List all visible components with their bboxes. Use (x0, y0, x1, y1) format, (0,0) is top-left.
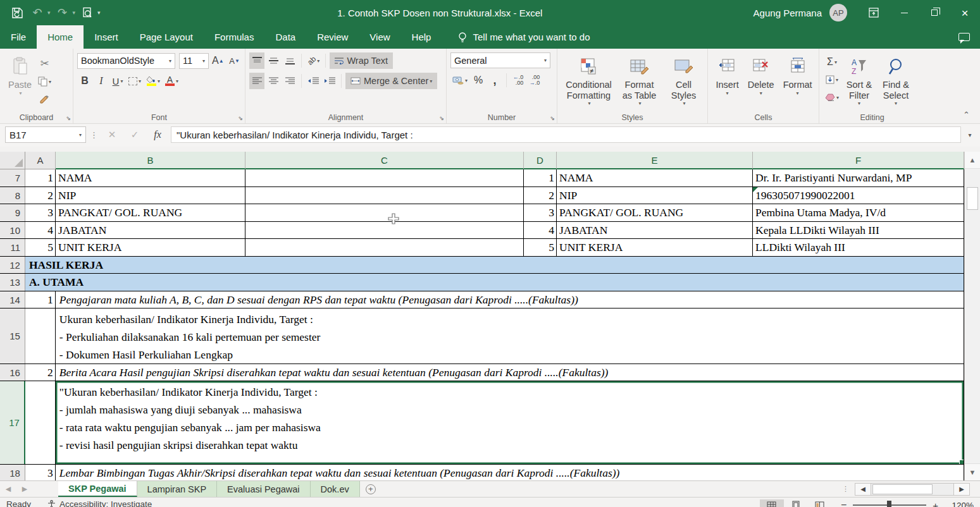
conditional-formatting-button[interactable]: ≠ Conditional Formatting▾ (563, 52, 615, 108)
font-color-icon[interactable]: A▾ (163, 73, 180, 89)
cell-C8[interactable] (245, 187, 524, 204)
row-header-11[interactable]: 11 (0, 239, 25, 256)
cell-B15[interactable]: Ukuran keberhasilan/ Indikator Kinerja I… (56, 308, 964, 363)
cell-E9[interactable]: PANGKAT/ GOL. RUANG (557, 204, 753, 221)
vertical-scrollbar[interactable]: ▲ ▼ (964, 152, 980, 480)
cell-styles-button[interactable]: Cell Styles▾ (664, 52, 704, 108)
row-header-17[interactable]: 17 (0, 381, 25, 464)
row-header-10[interactable]: 10 (0, 222, 25, 238)
shrink-font-icon[interactable]: A▼ (227, 52, 242, 69)
ribbon-tab-home[interactable]: Home (37, 25, 84, 49)
copy-icon[interactable]: ▾ (36, 73, 53, 90)
row-header-12[interactable]: 12 (0, 257, 25, 273)
minimize-button[interactable] (889, 0, 919, 25)
cell-D8[interactable]: 2 (524, 187, 557, 204)
customize-qat-icon[interactable]: ▾ (97, 9, 101, 16)
bold-button[interactable]: B (77, 73, 92, 89)
normal-view-icon[interactable] (760, 499, 784, 507)
align-bottom-icon[interactable] (282, 52, 297, 69)
cell-F10[interactable]: Kepala LLDikti Wilayah III (753, 222, 964, 238)
row-header-14[interactable]: 14 (0, 291, 25, 308)
col-header-C[interactable]: C (245, 152, 524, 169)
col-header-A[interactable]: A (25, 152, 56, 169)
cell-B7[interactable]: NAMA (56, 169, 245, 186)
fill-icon[interactable]: ▾ (823, 71, 841, 88)
delete-cells-button[interactable]: Delete▾ (743, 52, 779, 97)
print-preview-icon[interactable] (79, 4, 96, 21)
redo-icon[interactable]: ↷ (54, 4, 71, 21)
cell-C10[interactable] (245, 222, 524, 238)
restore-button[interactable] (919, 0, 950, 25)
row-header-13[interactable]: 13 (0, 274, 25, 291)
close-button[interactable]: × (950, 0, 980, 25)
row-header-18[interactable]: 18 (0, 465, 25, 480)
format-painter-icon[interactable] (36, 92, 53, 108)
tell-me-box[interactable]: Tell me what you want to do (458, 25, 590, 49)
cell-A8[interactable]: 2 (25, 187, 56, 204)
percent-style-icon[interactable]: % (471, 72, 486, 89)
vertical-scroll-thumb[interactable] (967, 187, 978, 210)
feedback-icon[interactable] (948, 25, 980, 49)
align-top-icon[interactable] (249, 52, 264, 69)
cell-B17[interactable]: "Ukuran keberhasilan/ Indikator Kinerja … (56, 381, 964, 464)
ribbon-tab-review[interactable]: Review (306, 25, 359, 49)
page-layout-view-icon[interactable] (784, 499, 808, 507)
sheet-tab-evaluasi-pegawai[interactable]: Evaluasi Pegawai (217, 481, 310, 497)
user-avatar[interactable]: AP (829, 4, 847, 21)
enter-icon[interactable]: ✓ (125, 126, 144, 143)
cell-F8[interactable]: 196305071990022001 (753, 187, 964, 204)
wrap-text-button[interactable]: Wrap Text (330, 52, 393, 69)
format-as-table-button[interactable]: Format as Table▾ (615, 52, 664, 108)
page-break-view-icon[interactable] (808, 499, 832, 507)
cell-B16[interactable]: Berita Acara Hasil pengujian Skripsi dis… (56, 364, 964, 381)
cell-B9[interactable]: PANGKAT/ GOL. RUANG (56, 204, 245, 221)
row-header-16[interactable]: 16 (0, 364, 25, 381)
sort-filter-button[interactable]: AZ Sort & Filter▾ (841, 52, 878, 108)
undo-dropdown-icon[interactable]: ▾ (47, 9, 51, 16)
ribbon-tab-page-layout[interactable]: Page Layout (129, 25, 204, 49)
ribbon-tab-insert[interactable]: Insert (84, 25, 129, 49)
insert-function-icon[interactable]: fx (148, 126, 167, 143)
col-header-B[interactable]: B (56, 152, 245, 169)
grow-font-icon[interactable]: A▲ (210, 52, 226, 69)
fill-color-icon[interactable]: ▾ (144, 73, 162, 89)
align-right-icon[interactable] (282, 73, 297, 89)
decrease-decimal-icon[interactable]: .00→.0 (527, 72, 542, 89)
paste-button[interactable]: Paste▾ (4, 52, 36, 108)
merge-center-button[interactable]: Merge & Center▾ (345, 73, 437, 89)
scroll-down-icon[interactable]: ▼ (965, 463, 980, 480)
cell-B14[interactable]: Pengajaran mata kuliah A, B, C, dan D se… (56, 291, 964, 308)
number-format-combo[interactable]: General▾ (450, 52, 550, 68)
new-sheet-button[interactable]: + (360, 481, 381, 497)
increase-indent-icon[interactable] (322, 73, 337, 89)
cell-A14[interactable]: 1 (25, 291, 56, 308)
insert-cells-button[interactable]: Insert▾ (711, 52, 743, 97)
sheet-tab-lampiran-skp[interactable]: Lampiran SKP (137, 481, 218, 497)
ribbon-tab-file[interactable]: File (0, 25, 37, 49)
cell-C11[interactable] (245, 239, 524, 256)
cell-D11[interactable]: 5 (524, 239, 557, 256)
cell-E8[interactable]: NIP (557, 187, 753, 204)
cell-B10[interactable]: JABATAN (56, 222, 245, 238)
cancel-icon[interactable]: ✕ (102, 126, 121, 143)
col-header-E[interactable]: E (557, 152, 753, 169)
worksheet-grid[interactable]: ABCDEF71NAMA1NAMADr. Ir. Paristiyanti Nu… (0, 152, 964, 480)
zoom-slider[interactable] (853, 504, 926, 506)
clear-icon[interactable]: ▾ (823, 89, 841, 106)
cell-D9[interactable]: 3 (524, 204, 557, 221)
sheet-nav-right-icon[interactable]: ▶ (16, 481, 33, 497)
cell-B18[interactable]: Lembar Bimbingan Tugas Akhir/Skripsi dis… (56, 465, 964, 480)
row-header-15[interactable]: 15 (0, 308, 25, 363)
cell-E10[interactable]: JABATAN (557, 222, 753, 238)
ribbon-tab-view[interactable]: View (359, 25, 400, 49)
decrease-indent-icon[interactable] (306, 73, 321, 89)
horizontal-scrollbar[interactable]: ◀ ▶ (855, 481, 970, 497)
cell-E11[interactable]: UNIT KERJA (557, 239, 753, 256)
ribbon-tab-formulas[interactable]: Formulas (204, 25, 265, 49)
scroll-right-icon[interactable]: ▶ (953, 483, 970, 496)
italic-button[interactable]: I (94, 73, 109, 89)
find-select-button[interactable]: Find & Select▾ (878, 52, 914, 108)
formula-bar-expand-icon[interactable]: ▾ (965, 131, 975, 138)
font-name-combo[interactable]: BookmanOldStyle▾ (77, 53, 175, 69)
scroll-left-icon[interactable]: ◀ (855, 483, 871, 496)
